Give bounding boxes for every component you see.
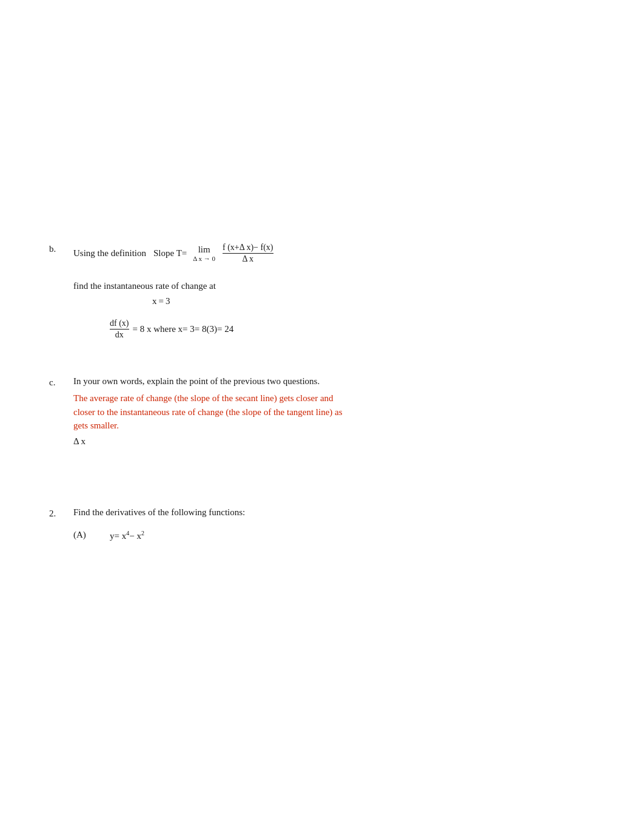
delta-x-symbol: Δ x: [73, 436, 86, 446]
answer-line1: The average rate of change (the slope of…: [73, 393, 334, 403]
slope-t-equals: Slope T=: [153, 248, 187, 259]
find-instantaneous-text: find the instantaneous rate of change at: [73, 281, 595, 291]
derivative-rest: = 8 x where x= 3= 8(3)= 24: [133, 324, 234, 334]
problem-b-content: Using the definition Slope T= lim Δ x → …: [73, 243, 595, 358]
problem-2-title: Find the derivatives of the following fu…: [73, 507, 595, 518]
lim-block: lim Δ x → 0: [193, 245, 215, 262]
slope-line: Using the definition Slope T= lim Δ x → …: [73, 243, 595, 264]
page-content: b. Using the definition Slope T= lim Δ x…: [49, 36, 595, 541]
slope-fraction: f (x+Δ x)− f(x) Δ x: [223, 243, 273, 264]
df-numerator: df (x): [110, 319, 129, 330]
problem-b: b. Using the definition Slope T= lim Δ x…: [49, 243, 595, 358]
sub-a-label: (A): [73, 530, 98, 540]
lim-text: lim: [198, 245, 210, 255]
df-fraction: df (x) dx: [110, 319, 129, 340]
sub-problem-a: (A) y= x4− x2: [73, 530, 595, 541]
df-denominator: dx: [115, 330, 124, 340]
answer-line2: closer to the instantaneous rate of chan…: [73, 407, 343, 417]
x-value: x = 3: [152, 296, 595, 306]
x-value-text: x = 3: [152, 296, 170, 306]
slope-formula: Slope T= lim Δ x → 0 f (x+Δ x)− f(x) Δ x: [153, 243, 275, 264]
problem-c-answer: The average rate of change (the slope of…: [73, 391, 595, 433]
delta-x-line: Δ x: [73, 436, 595, 447]
answer-line3: gets smaller.: [73, 421, 119, 430]
problem-2: 2. Find the derivatives of the following…: [49, 507, 595, 541]
sub-a-expression: y= x4− x2: [110, 530, 144, 541]
using-definition-text: Using the definition: [73, 248, 146, 259]
fraction-numerator: f (x+Δ x)− f(x): [223, 243, 273, 254]
problem-c-question: In your own words, explain the point of …: [73, 376, 595, 387]
problem-c-label: c.: [49, 377, 67, 388]
problem-b-label: b.: [49, 244, 67, 254]
problem-2-content: Find the derivatives of the following fu…: [73, 507, 595, 541]
lim-sub: Δ x → 0: [193, 255, 215, 262]
problem-c: c. In your own words, explain the point …: [49, 376, 595, 447]
fraction-denominator: Δ x: [242, 254, 253, 264]
problem-2-label: 2.: [49, 509, 67, 519]
problem-c-content: In your own words, explain the point of …: [73, 376, 595, 447]
derivative-line: df (x) dx = 8 x where x= 3= 8(3)= 24: [110, 319, 595, 340]
